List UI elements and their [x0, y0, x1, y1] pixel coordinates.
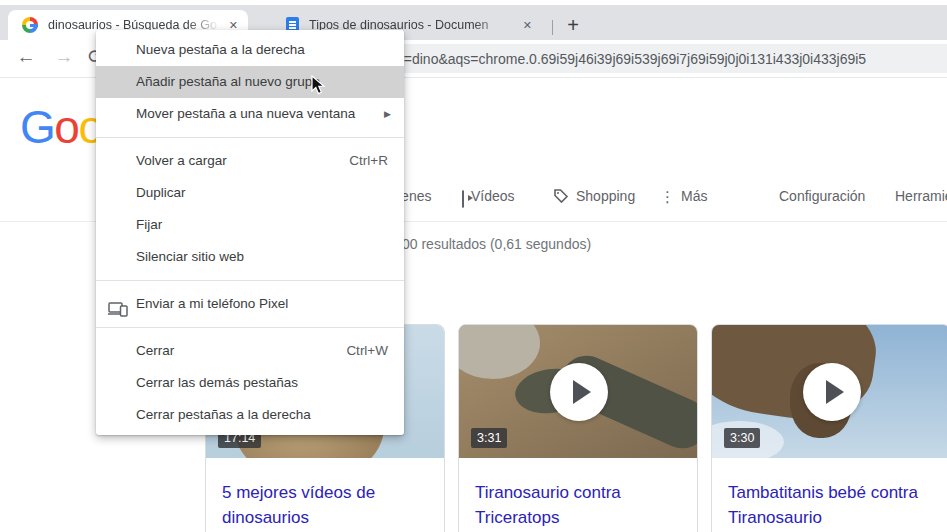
menu-item-close[interactable]: Cerrar Ctrl+W: [96, 335, 404, 367]
menu-item-label: Cerrar pestañas a la derecha: [136, 407, 311, 422]
menu-item-new-tab-right[interactable]: Nueva pestaña a la derecha: [96, 34, 404, 66]
menu-item-mute-site[interactable]: Silenciar sitio web: [96, 241, 404, 273]
shopping-tag-icon: [553, 188, 569, 207]
tab-mas[interactable]: ⋮Más: [660, 188, 707, 206]
settings-link[interactable]: Configuración: [779, 188, 865, 204]
tools-link[interactable]: Herramientas: [895, 188, 947, 204]
menu-item-send-to-device[interactable]: Enviar a mi teléfono Pixel: [96, 288, 404, 320]
video-card[interactable]: 3:31 Tiranosaurio contra Triceratops: [458, 324, 698, 532]
tab-label: Shopping: [576, 188, 635, 204]
tab-shopping[interactable]: Shopping: [553, 188, 635, 207]
menu-separator: [96, 327, 404, 328]
tab-label: Más: [681, 188, 707, 204]
tab-videos[interactable]: Vídeos: [462, 188, 515, 207]
forward-icon: →: [50, 43, 78, 71]
menu-item-reload[interactable]: Volver a cargar Ctrl+R: [96, 145, 404, 177]
video-icon: [462, 190, 464, 208]
duration-badge: 3:31: [471, 428, 507, 448]
play-button-icon[interactable]: [803, 363, 861, 421]
submenu-arrow-icon: ▶: [384, 98, 391, 130]
menu-item-close-other-tabs[interactable]: Cerrar las demás pestañas: [96, 367, 404, 399]
menu-item-pin[interactable]: Fijar: [96, 209, 404, 241]
menu-item-add-tab-to-group[interactable]: Añadir pestaña al nuevo grupo: [96, 66, 404, 98]
browser-window: dinosaurios - Búsqueda de Go ✕ Tipos de …: [0, 0, 947, 532]
menu-item-label: Enviar a mi teléfono Pixel: [136, 296, 288, 311]
menu-item-label: Volver a cargar: [136, 153, 227, 168]
thumbnail-boulder: [459, 325, 540, 379]
close-tab-icon[interactable]: ✕: [519, 19, 542, 32]
video-thumbnail[interactable]: 3:30: [712, 325, 947, 458]
menu-item-label: Mover pestaña a una nueva ventana: [136, 106, 355, 121]
menu-item-label: Nueva pestaña a la derecha: [136, 42, 305, 57]
menu-separator: [96, 280, 404, 281]
tab-label: Vídeos: [471, 188, 515, 204]
duration-badge: 3:30: [724, 428, 760, 448]
menu-item-label: Duplicar: [136, 185, 186, 200]
video-title-link[interactable]: Tambatitanis bebé contra Tiranosaurio: [712, 458, 947, 530]
url-text: q=dino&aqs=chrome.0.69i59j46i39j69i539j6…: [396, 51, 866, 67]
menu-shortcut: Ctrl+R: [349, 145, 388, 177]
settings-label: Configuración: [779, 188, 865, 204]
tab-divider: [552, 20, 553, 35]
more-dots-icon: ⋮: [660, 188, 675, 206]
menu-item-label: Cerrar: [136, 343, 174, 358]
play-button-icon[interactable]: [550, 363, 608, 421]
new-tab-button[interactable]: +: [560, 12, 586, 38]
video-card[interactable]: 3:30 Tambatitanis bebé contra Tiranosaur…: [711, 324, 947, 532]
menu-item-label: Cerrar las demás pestañas: [136, 375, 298, 390]
menu-separator: [96, 137, 404, 138]
logo-letter: o: [54, 101, 78, 153]
mouse-cursor-icon: [311, 75, 327, 101]
menu-item-label: Fijar: [136, 217, 162, 232]
menu-item-duplicate[interactable]: Duplicar: [96, 177, 404, 209]
tab-context-menu: Nueva pestaña a la derecha Añadir pestañ…: [96, 30, 404, 435]
video-title-link[interactable]: Tiranosaurio contra Triceratops: [459, 458, 697, 530]
menu-item-label: Silenciar sitio web: [136, 249, 244, 264]
video-title-link[interactable]: 5 mejores vídeos de dinosaurios: [206, 458, 444, 530]
back-icon[interactable]: ←: [12, 43, 40, 71]
tools-label: Herramientas: [895, 188, 947, 204]
menu-shortcut: Ctrl+W: [346, 335, 388, 367]
menu-item-move-tab-to-window[interactable]: Mover pestaña a una nueva ventana ▶: [96, 98, 404, 130]
google-g-icon: [22, 17, 38, 33]
results-stats: 00 resultados (0,61 segundos): [402, 236, 591, 252]
logo-letter: G: [20, 101, 54, 153]
menu-item-label: Añadir pestaña al nuevo grupo: [136, 74, 320, 89]
menu-item-close-tabs-right[interactable]: Cerrar pestañas a la derecha: [96, 399, 404, 431]
devices-icon: [108, 297, 128, 329]
video-thumbnail[interactable]: 3:31: [459, 325, 697, 458]
